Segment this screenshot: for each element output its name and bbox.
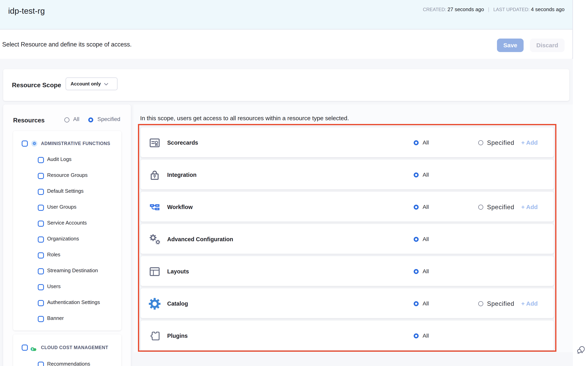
svg-text:$: $ xyxy=(32,347,33,351)
